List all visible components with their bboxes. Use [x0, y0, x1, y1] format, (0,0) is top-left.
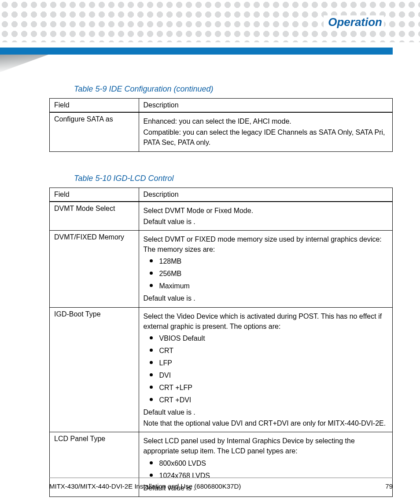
list-item: DVI: [144, 370, 388, 381]
page-content: Table 5-9 IDE Configuration (continued) …: [49, 79, 393, 504]
list-item: Maximum: [144, 281, 388, 291]
section-title: Operation: [324, 15, 384, 30]
table-5-9: Field Description Configure SATA as Enha…: [49, 98, 393, 152]
cell-description: Enhanced: you can select the IDE, AHCI m…: [139, 112, 392, 151]
list-item: 256MB: [144, 269, 388, 279]
cell-field: DVMT/FIXED Memory: [50, 230, 139, 307]
cell-description: Select DVMT or FIXED mode memory size us…: [139, 230, 392, 307]
table-5-9-caption: Table 5-9 IDE Configuration (continued): [74, 85, 393, 94]
cell-field: DVMT Mode Select: [50, 202, 139, 231]
list-item: CRT +LFP: [144, 383, 388, 393]
table-5-10: Field Description DVMT Mode Select Selec…: [49, 188, 393, 497]
option-list: VBIOS Default CRT LFP DVI CRT +LFP CRT +…: [144, 333, 388, 405]
page-footer: MITX-430/MITX-440-DVI-2E Installation an…: [49, 478, 393, 490]
table-5-10-caption: Table 5-10 IGD-LCD Control: [74, 174, 393, 183]
col-field: Field: [50, 188, 139, 202]
table-header-row: Field Description: [50, 99, 393, 113]
col-description: Description: [139, 99, 392, 113]
cell-description: Select the Video Device which is activat…: [139, 307, 392, 432]
table-header-row: Field Description: [50, 188, 393, 202]
list-item: CRT +DVI: [144, 395, 388, 405]
list-item: LFP: [144, 358, 388, 368]
option-list: 128MB 256MB Maximum: [144, 256, 388, 291]
cell-field: Configure SATA as: [50, 112, 139, 151]
list-item: VBIOS Default: [144, 333, 388, 344]
cell-description: Select DVMT Mode or Fixed Mode. Default …: [139, 202, 392, 231]
table-row: DVMT/FIXED Memory Select DVMT or FIXED m…: [50, 230, 393, 307]
col-field: Field: [50, 99, 139, 113]
table-row: DVMT Mode Select Select DVMT Mode or Fix…: [50, 202, 393, 231]
table-row: IGD-Boot Type Select the Video Device wh…: [50, 307, 393, 432]
header-grey-wedge: [0, 55, 48, 72]
footer-page-number: 79: [385, 482, 393, 490]
header-blue-bar: [0, 48, 393, 55]
list-item: 800x600 LVDS: [144, 458, 388, 469]
cell-field: IGD-Boot Type: [50, 307, 139, 432]
list-item: CRT: [144, 346, 388, 356]
col-description: Description: [139, 188, 392, 202]
footer-doc-title: MITX-430/MITX-440-DVI-2E Installation an…: [49, 482, 241, 490]
table-row: Configure SATA as Enhanced: you can sele…: [50, 112, 393, 151]
list-item: 128MB: [144, 256, 388, 267]
